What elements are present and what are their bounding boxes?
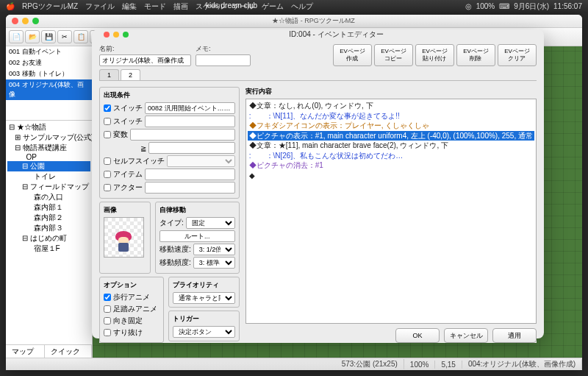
status-keyboard[interactable]: ⌨	[499, 2, 509, 10]
tree-item[interactable]: 森内部３	[7, 223, 90, 233]
ev-page-button[interactable]: EVページ 貼り付け	[415, 44, 454, 66]
event-list[interactable]: 001 自動イベント002 お友達003 移動（トイレ）004 オリジナル(体験…	[6, 46, 92, 120]
conditions-group: 出現条件 スイッチ スイッチ 変数 ≧ セルフスイッチ アイテム アクター	[99, 87, 240, 199]
tree-item[interactable]: ★☆物語	[7, 122, 90, 132]
page-tabs[interactable]: 1 2	[99, 69, 537, 81]
event-list-item[interactable]: 001 自動イベント	[6, 46, 92, 57]
event-list-item[interactable]: 003 移動（トイレ）	[6, 68, 92, 79]
tree-item[interactable]: OP	[7, 153, 90, 161]
move-freq[interactable]: 3: 標準	[193, 257, 235, 269]
tree-item[interactable]: トイレ	[7, 171, 90, 182]
dialog-titlebar[interactable]: ID:004 - イベントエディター	[92, 29, 544, 40]
opt-through[interactable]	[104, 329, 111, 336]
status-bar: 573:公園 (21x25) 100% 5,15 004:オリジナル(体験、画像…	[6, 358, 582, 370]
move-type[interactable]: 固定	[186, 217, 235, 229]
status-map: 573:公園 (21x25)	[336, 359, 404, 369]
cond-switch2-value[interactable]	[145, 116, 235, 127]
memo-label: メモ:	[196, 44, 251, 54]
event-list-item[interactable]: 004 オリジナル(体験、画像	[6, 79, 92, 100]
tree-item[interactable]: 森の入口	[7, 192, 90, 202]
tab-maptree[interactable]: マップツリー	[6, 345, 45, 358]
tree-item[interactable]: 公園	[7, 161, 90, 171]
map-tree[interactable]: ★☆物語サンプルマップ(公式)物語基礎講座OP公園トイレフィールドマップ森の入口…	[6, 120, 92, 344]
tree-item[interactable]: 物語基礎講座	[7, 143, 90, 153]
command-line[interactable]: : ：\N[11]、なんだか変な事が起きてるよ!!	[248, 111, 534, 121]
opt-step[interactable]	[104, 305, 111, 313]
command-line[interactable]: ◆フキダシアイコンの表示：プレイヤー, くしゃくしゃ	[248, 121, 534, 131]
menu-mode[interactable]: モード	[144, 1, 166, 12]
toolbar-button[interactable]: ✂	[57, 30, 72, 43]
cond-var-chk[interactable]	[104, 131, 111, 138]
opt-walk[interactable]	[104, 294, 111, 301]
priority-group: プライオリティ 通常キャラと同じ	[168, 277, 240, 308]
tree-item[interactable]: はじめの町	[7, 233, 90, 244]
tree-item[interactable]: 森内部１	[7, 202, 90, 213]
toolbar-button[interactable]: 📂	[25, 30, 40, 43]
left-tabs[interactable]: マップツリー クイックアクセス	[6, 344, 92, 358]
memo-input[interactable]	[196, 54, 251, 66]
menu-help[interactable]: ヘルプ	[291, 1, 313, 12]
char-image[interactable]	[104, 217, 144, 258]
command-line[interactable]: ◆	[248, 171, 534, 181]
cond-actor-chk[interactable]	[104, 184, 111, 191]
cancel-button[interactable]: キャンセル	[444, 328, 488, 343]
command-line[interactable]: ◆ピクチャの消去：#1	[248, 160, 534, 171]
status-event: 004:オリジナル(体験、画像作成)	[462, 359, 582, 369]
main-titlebar[interactable]: ★☆物語 - RPGツクールMZ	[6, 15, 582, 28]
cond-actor-value[interactable]	[145, 182, 235, 194]
cond-var-value[interactable]	[130, 129, 235, 141]
menu-draw[interactable]: 描画	[173, 1, 188, 12]
cond-item-chk[interactable]	[104, 171, 111, 178]
menu-game[interactable]: ゲーム	[262, 1, 284, 12]
tab-quickaccess[interactable]: クイックアクセス	[45, 345, 92, 358]
trigger-select[interactable]: 決定ボタン	[173, 326, 235, 338]
page-tab-1[interactable]: 1	[99, 69, 119, 80]
tree-item[interactable]: 宿屋１F	[7, 244, 90, 254]
app-name[interactable]: RPGツクールMZ	[22, 1, 78, 12]
page-tab-2[interactable]: 2	[121, 69, 140, 80]
zoom-meeting-title: kids dream club	[206, 1, 257, 10]
status-battery[interactable]: 100%	[476, 2, 495, 10]
command-line[interactable]: ◆文章：なし, れん(0), ウィンドウ, 下	[248, 101, 534, 111]
route-button[interactable]: ルート...	[159, 230, 235, 242]
priority-select[interactable]: 通常キャラと同じ	[173, 292, 235, 304]
menu-edit[interactable]: 編集	[122, 1, 137, 12]
tree-item[interactable]: フィールドマップ	[7, 182, 90, 192]
main-traffic[interactable]	[6, 18, 45, 24]
status-date[interactable]: 9月6日(水)	[514, 1, 549, 12]
cond-item-value[interactable]	[145, 169, 235, 180]
toolbar-button[interactable]: 📄	[9, 30, 24, 43]
toolbar-button[interactable]: 💾	[41, 30, 56, 43]
opt-dir[interactable]	[104, 317, 111, 324]
commands-title: 実行内容	[245, 87, 537, 96]
cond-switch1-chk[interactable]	[104, 104, 111, 112]
ev-page-button[interactable]: EVページ 削除	[456, 44, 495, 66]
event-editor-dialog: ID:004 - イベントエディター 名前: メモ: EVページ 作成EVページ…	[92, 29, 544, 338]
status-time[interactable]: 11:56:07	[553, 2, 582, 10]
cond-switch2-chk[interactable]	[104, 118, 111, 125]
command-list[interactable]: ◆文章：なし, れん(0), ウィンドウ, 下: ：\N[11]、なんだか変な事…	[245, 99, 537, 324]
apply-button[interactable]: 適用	[492, 328, 537, 343]
menu-file[interactable]: ファイル	[85, 1, 115, 12]
command-line[interactable]: ◆ピクチャの表示：#1, main character uniform4, 左上…	[248, 131, 534, 141]
ev-page-button[interactable]: EVページ 作成	[333, 44, 372, 66]
ev-page-button[interactable]: EVページ クリア	[498, 44, 537, 66]
cond-var-num[interactable]	[148, 142, 235, 154]
tree-item[interactable]: サンプルマップ(公式)	[7, 132, 90, 143]
command-line[interactable]: : ：\N[26]、私もこんな状況は初めてだわ…	[248, 151, 534, 161]
cond-selfswitch-value[interactable]	[167, 155, 235, 167]
status-wifi[interactable]: ◎	[465, 2, 472, 10]
cond-selfswitch-chk[interactable]	[104, 157, 111, 165]
cond-switch1-value[interactable]	[145, 102, 235, 114]
event-list-item[interactable]: 002 お友達	[6, 57, 92, 68]
ok-button[interactable]: OK	[395, 328, 440, 343]
ev-page-button[interactable]: EVページ コピー	[374, 44, 413, 66]
apple-icon[interactable]: 🍎	[6, 2, 15, 10]
name-label: 名前:	[99, 44, 191, 54]
move-speed[interactable]: 3: 1/2倍速	[193, 244, 235, 255]
main-title: ★☆物語 - RPGツクールMZ	[45, 16, 582, 26]
toolbar-button[interactable]: 📋	[74, 30, 88, 43]
name-input[interactable]	[99, 54, 191, 66]
tree-item[interactable]: 森内部２	[7, 213, 90, 223]
command-line[interactable]: ◆文章：★[11], main character brave face(2),…	[248, 141, 534, 151]
